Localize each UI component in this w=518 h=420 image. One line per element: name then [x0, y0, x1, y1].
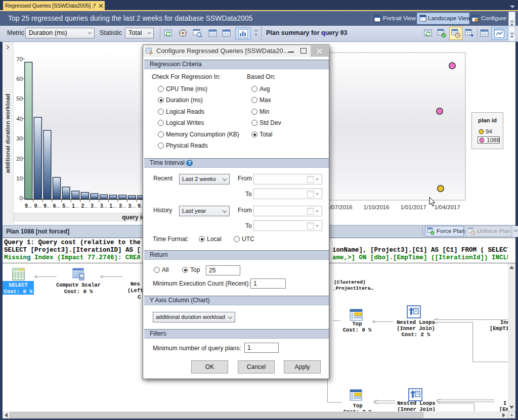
svg-text:I: I: [503, 400, 506, 406]
svg-text:(Inner Join): (Inner Join): [397, 406, 436, 411]
svg-text:Nested Loops: Nested Loops: [397, 319, 435, 325]
svg-text:Cost: 0 %: Cost: 0 %: [343, 327, 372, 333]
svg-text:Cost: 0 %: Cost: 0 %: [4, 289, 33, 295]
svg-text:3...: 3...: [119, 203, 126, 209]
svg-text:Cost: 0 %: Cost: 0 %: [64, 289, 93, 295]
svg-text:Top: Top: [353, 321, 362, 327]
svg-text:5...: 5...: [62, 203, 70, 209]
svg-text:Top: Top: [353, 403, 363, 409]
svg-text:1/10/2016: 1/10/2016: [363, 204, 389, 210]
svg-text:Cost: 2 %: Cost: 2 %: [402, 332, 430, 338]
svg-text:9...: 9...: [44, 203, 51, 209]
svg-text:1...: 1...: [109, 203, 117, 209]
svg-text:50: 50: [16, 96, 23, 102]
svg-text:Compute Scalar: Compute Scalar: [56, 282, 101, 288]
svg-text:1/01/2017: 1/01/2017: [400, 204, 426, 210]
svg-text:[EmpTi…: [EmpTi…: [490, 325, 508, 332]
svg-text:9...: 9...: [25, 203, 32, 209]
svg-text:3...: 3...: [100, 203, 108, 209]
svg-text:60: 60: [16, 76, 23, 82]
svg-text:[EmpT: [EmpT: [499, 406, 508, 411]
svg-text:40: 40: [16, 116, 23, 122]
svg-text:3...: 3...: [91, 203, 98, 209]
svg-text:3...: 3...: [128, 203, 136, 209]
svg-text:6...: 6...: [53, 203, 61, 209]
svg-text:Nes: Nes: [131, 281, 140, 287]
svg-text:9...: 9...: [34, 203, 41, 209]
svg-text:0: 0: [20, 195, 23, 201]
svg-text:C: C: [138, 294, 141, 300]
svg-text:1...: 1...: [72, 203, 79, 209]
svg-text:SELECT: SELECT: [9, 282, 28, 288]
svg-text:70: 70: [16, 56, 23, 62]
svg-text:20: 20: [16, 156, 23, 162]
svg-text:(Left: (Left: [127, 288, 144, 294]
svg-text:(Clustered): (Clustered): [334, 279, 366, 285]
svg-text:(Inner Join): (Inner Join): [397, 325, 435, 332]
svg-text:1/04/2017: 1/04/2017: [434, 204, 460, 210]
svg-text:Inc: Inc: [500, 319, 508, 325]
svg-text:9...: 9...: [138, 203, 143, 209]
svg-text:1/07/2016: 1/07/2016: [326, 204, 352, 210]
svg-text:30: 30: [16, 135, 23, 142]
svg-text:_ProjectItera…: _ProjectItera…: [332, 286, 373, 291]
svg-text:2...: 2...: [81, 203, 89, 209]
svg-text:Nested Loops: Nested Loops: [397, 400, 436, 406]
svg-text:10: 10: [16, 175, 23, 181]
